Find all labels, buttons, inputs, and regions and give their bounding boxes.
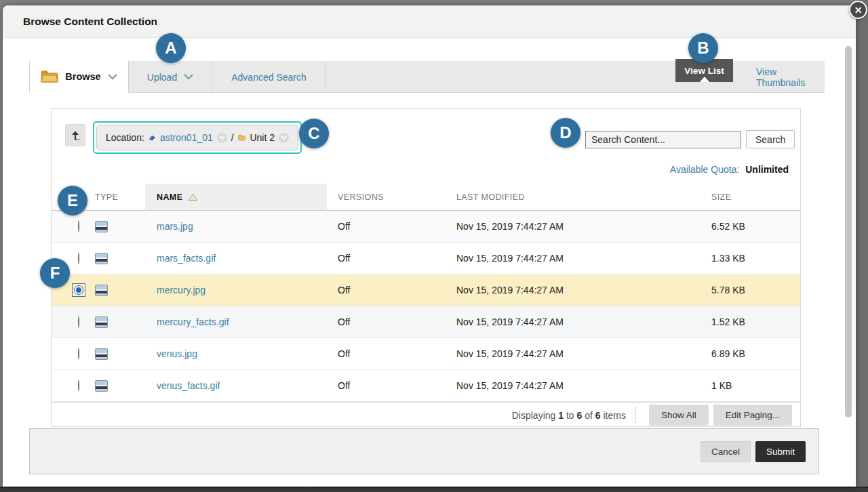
row-name-cell: mars_facts.gif xyxy=(145,253,327,264)
table-row[interactable]: venus_facts.gif Off Nov 15, 2019 7:44:27… xyxy=(52,370,800,402)
sort-ascending-icon xyxy=(188,193,198,201)
row-radio-button[interactable] xyxy=(78,220,79,232)
row-versions-cell: Off xyxy=(327,221,446,232)
show-all-button[interactable]: Show All xyxy=(649,405,709,426)
course-context-menu-icon[interactable] xyxy=(217,133,227,143)
row-modified-cell: Nov 15, 2019 7:44:27 AM xyxy=(446,221,701,232)
row-modified-cell: Nov 15, 2019 7:44:27 AM xyxy=(446,285,701,295)
browse-content-collection-dialog: Browse Content Collection Browse Upload xyxy=(3,5,856,487)
tab-advanced-search-label: Advanced Search xyxy=(231,72,307,83)
breadcrumb-folder-label: Unit 2 xyxy=(250,132,275,143)
search-input[interactable] xyxy=(585,131,741,148)
annotation-badge-d: D xyxy=(551,118,580,148)
annotation-badge-c: C xyxy=(299,119,329,148)
table-row[interactable]: mercury_facts.gif Off Nov 15, 2019 7:44:… xyxy=(52,306,800,338)
submit-button[interactable]: Submit xyxy=(755,441,806,462)
dialog-footer: Cancel Submit xyxy=(29,428,819,474)
file-name-link[interactable]: mars_facts.gif xyxy=(145,253,216,264)
file-name-link[interactable]: venus.jpg xyxy=(145,348,197,359)
tab-browse-label: Browse xyxy=(65,71,100,82)
row-select-cell xyxy=(62,347,95,361)
table-body: mars.jpg Off Nov 15, 2019 7:44:27 AM 6.5… xyxy=(52,211,800,402)
folder-icon xyxy=(238,133,246,142)
pagination-bar: Displaying 1 to 6 of 6 items Show All Ed… xyxy=(52,402,800,428)
edit-paging-button[interactable]: Edit Paging... xyxy=(713,405,792,426)
image-file-icon xyxy=(95,380,108,392)
dialog-title: Browse Content Collection xyxy=(23,16,157,28)
row-radio-button[interactable] xyxy=(78,316,79,328)
view-thumbnails-link[interactable]: View Thumbnails xyxy=(756,61,825,93)
tab-browse[interactable]: Browse xyxy=(29,61,129,93)
row-radio-button[interactable] xyxy=(78,252,79,264)
row-radio-button[interactable] xyxy=(74,285,83,295)
row-type-cell xyxy=(95,253,145,264)
search-button[interactable]: Search xyxy=(746,130,795,148)
file-name-link[interactable]: mercury_facts.gif xyxy=(145,316,229,327)
row-type-cell xyxy=(95,316,145,328)
location-label: Location: xyxy=(106,132,144,143)
quota-value: Unlimited xyxy=(745,164,789,175)
cancel-button[interactable]: Cancel xyxy=(701,441,751,462)
up-directory-button[interactable] xyxy=(65,124,85,146)
row-select-cell xyxy=(62,251,95,265)
file-name-link[interactable]: venus_facts.gif xyxy=(145,380,220,391)
header-name-sort[interactable]: NAME xyxy=(145,184,327,210)
breadcrumb-separator: / xyxy=(231,132,234,143)
table-row[interactable]: mars.jpg Off Nov 15, 2019 7:44:27 AM 6.5… xyxy=(52,211,800,243)
table-row[interactable]: mercury.jpg Off Nov 15, 2019 7:44:27 AM … xyxy=(52,274,800,306)
header-last-modified: LAST MODIFIED xyxy=(446,184,701,210)
row-size-cell: 1.52 KB xyxy=(701,316,800,327)
window-background-bottom xyxy=(0,487,868,492)
folder-context-menu-icon[interactable] xyxy=(279,133,289,143)
tab-advanced-search[interactable]: Advanced Search xyxy=(212,61,326,93)
row-size-cell: 6.52 KB xyxy=(701,221,800,232)
image-file-icon xyxy=(95,316,108,328)
dialog-titlebar: Browse Content Collection xyxy=(3,5,856,38)
row-radio-button[interactable] xyxy=(78,348,79,360)
image-file-icon xyxy=(95,348,108,360)
breadcrumb-course-link[interactable]: astron01_01 xyxy=(160,132,213,143)
quota-label: Available Quota: xyxy=(670,164,739,175)
annotation-badge-e: E xyxy=(58,186,87,216)
annotation-badge-b: B xyxy=(688,33,718,63)
row-radio-button[interactable] xyxy=(78,380,79,392)
header-versions: VERSIONS xyxy=(327,184,446,210)
course-book-icon xyxy=(149,134,156,142)
row-modified-cell: Nov 15, 2019 7:44:27 AM xyxy=(446,348,701,359)
view-thumbnails-label: View Thumbnails xyxy=(756,66,825,88)
row-select-cell xyxy=(62,284,95,296)
table-row[interactable]: mars_facts.gif Off Nov 15, 2019 7:44:27 … xyxy=(52,243,800,274)
vertical-scrollbar-thumb[interactable] xyxy=(845,46,852,417)
row-name-cell: mercury.jpg xyxy=(145,285,327,295)
table-header-row: TYPE NAME VERSIONS LAST MODIFIED SIZE xyxy=(52,184,800,211)
row-select-cell xyxy=(62,220,95,233)
location-highlight-box: Location: astron01_01 / Unit 2 xyxy=(93,121,302,154)
header-size: SIZE xyxy=(701,184,800,210)
row-modified-cell: Nov 15, 2019 7:44:27 AM xyxy=(446,253,701,264)
row-name-cell: mars.jpg xyxy=(145,221,327,232)
image-file-icon xyxy=(95,221,108,232)
up-directory-icon xyxy=(69,129,81,142)
file-name-link[interactable]: mars.jpg xyxy=(145,221,193,232)
location-breadcrumb: Location: astron01_01 / Unit 2 xyxy=(96,125,298,150)
row-modified-cell: Nov 15, 2019 7:44:27 AM xyxy=(446,380,701,391)
folder-icon xyxy=(41,70,58,83)
search-area: Search xyxy=(585,130,795,148)
table-row[interactable]: venus.jpg Off Nov 15, 2019 7:44:27 AM 6.… xyxy=(52,338,800,370)
row-name-cell: venus.jpg xyxy=(145,348,327,359)
pagination-divider xyxy=(635,407,636,424)
row-versions-cell: Off xyxy=(327,380,446,391)
header-type: TYPE xyxy=(95,184,145,210)
view-list-active-notch xyxy=(700,77,709,82)
close-icon[interactable]: ✕ xyxy=(849,1,867,19)
row-name-cell: venus_facts.gif xyxy=(145,380,327,391)
row-versions-cell: Off xyxy=(327,348,446,359)
file-name-link[interactable]: mercury.jpg xyxy=(145,285,205,295)
chevron-down-icon xyxy=(108,74,117,80)
row-type-cell xyxy=(95,348,145,360)
tab-upload[interactable]: Upload xyxy=(129,61,212,93)
view-list-label: View List xyxy=(684,66,724,76)
image-file-icon xyxy=(95,253,108,264)
header-name-label: NAME xyxy=(157,192,182,202)
row-versions-cell: Off xyxy=(327,285,446,295)
